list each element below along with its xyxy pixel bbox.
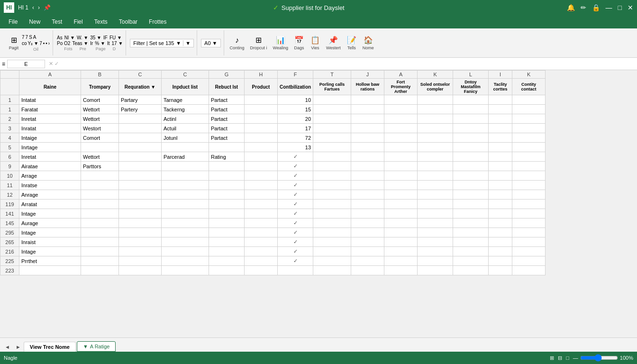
cell-265-K[interactable] (418, 237, 453, 247)
a0-btn[interactable]: A0 ▼ (201, 39, 220, 47)
cell-145-T[interactable] (313, 218, 351, 228)
cell-141-C1[interactable] (119, 209, 162, 218)
cell-265-K2[interactable] (512, 237, 546, 247)
cell-12-B[interactable] (81, 190, 119, 200)
cell-295-C1[interactable] (119, 228, 162, 237)
cell-6-G[interactable]: Rating (209, 152, 245, 162)
ribbon-westert[interactable]: 📌Westert (324, 35, 343, 51)
cell-225-A2[interactable] (384, 256, 418, 266)
cell-4-H[interactable] (245, 133, 278, 143)
notification-icon[interactable]: 🔔 (567, 4, 575, 11)
cell-12-T[interactable] (313, 190, 351, 200)
cell-12-K[interactable] (418, 190, 453, 200)
cell-223-L[interactable] (453, 266, 489, 275)
cell-223-B[interactable] (81, 266, 119, 275)
cell-9-C2[interactable] (162, 162, 209, 171)
cell-225-C2[interactable] (162, 256, 209, 266)
cell-145-K2[interactable] (512, 218, 546, 228)
cell-2-K2[interactable] (512, 114, 546, 124)
cell-145-J[interactable] (351, 218, 384, 228)
cell-1b-K2[interactable] (512, 105, 546, 114)
cell-5-F[interactable]: 13 (278, 143, 313, 152)
col-header-K[interactable]: K (418, 71, 453, 79)
cell-2-L[interactable] (453, 114, 489, 124)
col-header-F[interactable]: F (278, 71, 313, 79)
cell-145-B[interactable] (81, 218, 119, 228)
cell-1a-B[interactable]: Comort (81, 95, 119, 105)
edit-icon[interactable]: ✏ (581, 4, 586, 11)
cell-6-C1[interactable] (119, 152, 162, 162)
cell-223-T[interactable] (313, 266, 351, 275)
cell-1b-A2[interactable] (384, 105, 418, 114)
col-header-H[interactable]: H (245, 71, 278, 79)
cell-5-G[interactable] (209, 143, 245, 152)
cell-9-K[interactable] (418, 162, 453, 171)
cell-1a-L[interactable] (453, 95, 489, 105)
cell-4-K2[interactable] (512, 133, 546, 143)
cell-6-F[interactable]: ✓ (278, 152, 313, 162)
cell-1a-J[interactable] (351, 95, 384, 105)
font-po[interactable]: Pо O2 (57, 41, 70, 46)
cell-5-L[interactable] (453, 143, 489, 152)
cell-141-A[interactable]: Intage (19, 209, 81, 218)
cell-10-L[interactable] (453, 171, 489, 181)
font-percent[interactable]: % ▼ (95, 41, 105, 46)
cell-2-H[interactable] (245, 114, 278, 124)
cell-145-H[interactable] (245, 218, 278, 228)
cell-5-B[interactable] (81, 143, 119, 152)
cell-216-K[interactable] (418, 247, 453, 256)
cell-141-H[interactable] (245, 209, 278, 218)
cell-265-H[interactable] (245, 237, 278, 247)
cell-1a-F[interactable]: 10 (278, 95, 313, 105)
cell-295-A[interactable]: Intage (19, 228, 81, 237)
sheet-tab-view-trec[interactable]: View Trec Nome (24, 342, 76, 352)
ribbon-dags[interactable]: 📅Dags (292, 35, 306, 51)
col-header-C2[interactable]: C (162, 71, 209, 79)
cell-5-K2[interactable] (512, 143, 546, 152)
font-17[interactable]: 17 ▼ (112, 41, 123, 46)
cell-295-K[interactable] (418, 228, 453, 237)
cell-10-C2[interactable] (162, 171, 209, 181)
cell-216-T[interactable] (313, 247, 351, 256)
font-teas[interactable]: Teas ▼ (72, 41, 88, 46)
cell-5-C1[interactable] (119, 143, 162, 152)
header-raine[interactable]: Raine (19, 79, 81, 95)
cell-12-A2[interactable] (384, 190, 418, 200)
cell-265-A2[interactable] (384, 237, 418, 247)
cell-145-A[interactable]: Aurage (19, 218, 81, 228)
cell-11-K[interactable] (418, 181, 453, 190)
cell-295-T[interactable] (313, 228, 351, 237)
cell-11-T[interactable] (313, 181, 351, 190)
cell-4-C1[interactable] (119, 133, 162, 143)
cell-119-H[interactable] (245, 200, 278, 209)
cell-10-J[interactable] (351, 171, 384, 181)
cell-6-H[interactable] (245, 152, 278, 162)
cell-119-G[interactable] (209, 200, 245, 209)
cell-295-G[interactable] (209, 228, 245, 237)
header-hollow[interactable]: Hollow baw rations (351, 79, 384, 95)
cell-5-A[interactable]: Inrtage (19, 143, 81, 152)
cell-225-I[interactable] (489, 256, 512, 266)
cell-6-J[interactable] (351, 152, 384, 162)
cell-1a-C1[interactable]: Partary (119, 95, 162, 105)
cell-216-J[interactable] (351, 247, 384, 256)
cell-12-I[interactable] (489, 190, 512, 200)
cell-5-K[interactable] (418, 143, 453, 152)
cell-216-C2[interactable] (162, 247, 209, 256)
cell-2-K[interactable] (418, 114, 453, 124)
col-header-L[interactable]: L (453, 71, 489, 79)
cell-141-K2[interactable] (512, 209, 546, 218)
col-header-C1[interactable]: C (119, 71, 162, 79)
view-layout-icon[interactable]: □ (566, 355, 569, 361)
cell-145-L[interactable] (453, 218, 489, 228)
cell-295-L[interactable] (453, 228, 489, 237)
name-box[interactable] (7, 60, 45, 68)
cell-5-H[interactable] (245, 143, 278, 152)
cell-1b-J[interactable] (351, 105, 384, 114)
ribbon-wealing[interactable]: 📊Wealing (271, 35, 290, 51)
filter-input-text[interactable]: Filter | Set se 135 (133, 40, 174, 46)
cell-295-K2[interactable] (512, 228, 546, 237)
menu-toolbar[interactable]: Toolbar (114, 18, 142, 26)
cell-119-K[interactable] (418, 200, 453, 209)
cell-11-G[interactable] (209, 181, 245, 190)
